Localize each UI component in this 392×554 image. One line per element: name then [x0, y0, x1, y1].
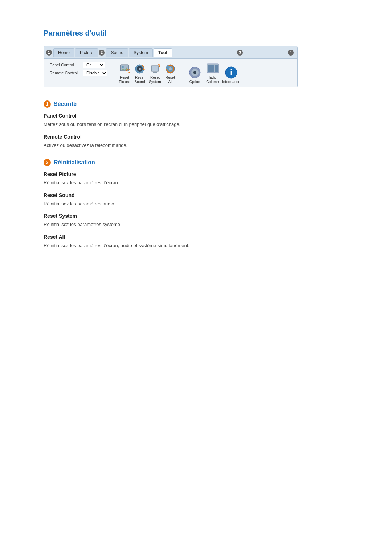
panel-control-label: | Panel Control: [48, 63, 80, 67]
tab-sound[interactable]: Sound: [106, 48, 128, 57]
tab-home[interactable]: Home: [53, 48, 74, 57]
reset-all-icon: [164, 63, 176, 75]
svg-point-16: [169, 67, 172, 70]
toolbar-security-section: | Panel Control On Off | Remote Control …: [48, 62, 113, 84]
subsection-reset-all: Reset All Réinitialisez les paramètres d…: [44, 234, 348, 249]
section-securite: 1 Sécurité Panel Control Mettez sous ou …: [44, 100, 348, 149]
reset-system-desc: Réinitialisez les paramètres système.: [44, 221, 348, 228]
svg-rect-12: [152, 73, 158, 73]
edit-column-button[interactable]: EditColumn: [204, 62, 221, 84]
reset-sound-label: ResetSound: [135, 75, 145, 84]
svg-rect-26: [211, 65, 214, 72]
subsection-reset-picture: Reset Picture Réinitialisez les paramètr…: [44, 171, 348, 186]
subsection-reset-system: Reset System Réinitialisez les paramètre…: [44, 213, 348, 228]
panel-control-row: | Panel Control On Off: [48, 62, 108, 68]
reset-sound-icon: [134, 63, 146, 75]
reset-system-subtitle: Reset System: [44, 213, 348, 219]
tab-num-2-container: 2 Sound: [99, 48, 128, 57]
svg-point-2: [122, 66, 124, 68]
svg-rect-22: [189, 72, 191, 73]
reset-sound-desc: Réinitialisez les paramètres audio.: [44, 200, 348, 208]
toolbar-tabs: 1 Home Picture 2 Sound System Tool 3 4: [44, 46, 297, 59]
toolbar-reset-section: ResetPicture ResetSound: [113, 62, 182, 84]
tab-picture[interactable]: Picture: [75, 48, 98, 57]
remote-control-subtitle: Remote Control: [44, 134, 348, 140]
reset-picture-button[interactable]: ResetPicture: [117, 63, 132, 84]
svg-rect-20: [194, 67, 196, 69]
badge-3: 3: [237, 50, 243, 56]
panel-control-subtitle: Panel Control: [44, 113, 348, 119]
svg-rect-11: [153, 72, 157, 73]
toolbar-options-section: Option EditColumn: [182, 62, 245, 84]
reset-picture-icon: [119, 63, 130, 75]
subsection-remote-control: Remote Control Activez ou désactivez la …: [44, 134, 348, 149]
remote-control-label: | Remote Control: [48, 71, 80, 75]
tab-system[interactable]: System: [129, 48, 153, 57]
information-label: Information: [222, 80, 240, 84]
option-label: Option: [189, 80, 200, 84]
tab-right-nums: 3 4: [237, 50, 295, 56]
toolbar-body: | Panel Control On Off | Remote Control …: [44, 59, 297, 87]
panel-control-select[interactable]: On Off: [83, 62, 105, 68]
section-securite-heading: Sécurité: [54, 101, 77, 107]
badge-2: 2: [99, 50, 105, 56]
edit-column-icon: [206, 62, 219, 75]
reset-sound-button[interactable]: ResetSound: [132, 63, 147, 84]
tab-tool[interactable]: Tool: [154, 48, 172, 57]
svg-rect-21: [194, 76, 196, 78]
reset-picture-subtitle: Reset Picture: [44, 171, 348, 177]
subsection-reset-sound: Reset Sound Réinitialisez les paramètres…: [44, 192, 348, 208]
remote-control-select[interactable]: Disable Enable: [83, 70, 107, 76]
reset-all-desc: Réinitialisez les paramètres d'écran, au…: [44, 242, 348, 249]
svg-text:i: i: [230, 68, 232, 76]
information-icon: i: [225, 66, 238, 79]
section-reinitialisation: 2 Réinitialisation Reset Picture Réiniti…: [44, 159, 348, 249]
option-button[interactable]: Option: [187, 66, 203, 84]
section-reinitialisation-heading: Réinitialisation: [54, 159, 95, 166]
reset-system-button[interactable]: ResetSystem: [148, 63, 162, 84]
reset-all-label: ResetAll: [166, 75, 175, 84]
edit-column-label: EditColumn: [206, 75, 219, 84]
reset-all-subtitle: Reset All: [44, 234, 348, 240]
reset-picture-desc: Réinitialisez les paramètres d'écran.: [44, 179, 348, 186]
reset-system-label: ResetSystem: [149, 75, 161, 84]
section-2-badge: 2: [44, 159, 51, 166]
reset-all-button[interactable]: ResetAll: [163, 63, 177, 84]
information-button[interactable]: i Information: [222, 66, 240, 84]
badge-4: 4: [288, 50, 294, 56]
badge-1: 1: [46, 50, 52, 56]
reset-system-icon: [149, 63, 161, 75]
svg-point-7: [139, 68, 141, 70]
tab-num-1-container: 1 Home: [46, 48, 74, 57]
remote-control-row: | Remote Control Disable Enable: [48, 70, 108, 76]
svg-rect-23: [199, 72, 200, 73]
section-reinitialisation-title: 2 Réinitialisation: [44, 159, 348, 166]
svg-point-19: [193, 71, 196, 74]
option-icon: [188, 66, 201, 79]
panel-control-desc: Mettez sous ou hors tension l'écran d'un…: [44, 121, 348, 128]
section-1-badge: 1: [44, 100, 51, 108]
toolbar-screenshot: 1 Home Picture 2 Sound System Tool 3 4 |…: [44, 46, 298, 87]
reset-picture-label: ResetPicture: [119, 75, 130, 84]
svg-rect-10: [152, 66, 158, 71]
subsection-panel-control: Panel Control Mettez sous ou hors tensio…: [44, 113, 348, 128]
reset-sound-subtitle: Reset Sound: [44, 192, 348, 198]
page-title: Paramètres d'outil: [44, 29, 348, 37]
section-securite-title: 1 Sécurité: [44, 100, 348, 108]
remote-control-desc: Activez ou désactivez la télécommande.: [44, 142, 348, 149]
svg-rect-25: [208, 65, 211, 72]
svg-rect-27: [215, 65, 218, 72]
